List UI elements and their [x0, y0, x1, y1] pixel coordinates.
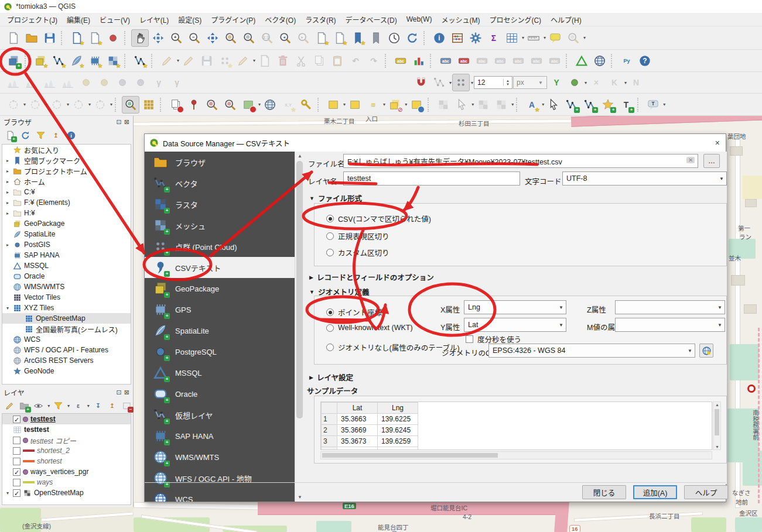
menu-item-11[interactable]: プロセシング(C): [484, 13, 546, 26]
filter-legend-button[interactable]: [52, 399, 64, 412]
annotation-layer-button[interactable]: A★: [523, 96, 541, 114]
browser-item-postgis[interactable]: ▸PostGIS: [2, 239, 131, 250]
show-layout-manager-button[interactable]: ★: [86, 29, 104, 47]
source-tab-postgresql[interactable]: +PostgreSQL: [145, 341, 295, 362]
attribute-table-dropdown-icon[interactable]: ▾: [522, 35, 524, 40]
sidebar-scrollbar[interactable]: ▲ ▼: [295, 152, 305, 502]
select-by-value-button[interactable]: [346, 96, 364, 114]
statistical-summary-button[interactable]: Σ: [485, 29, 503, 47]
processing-toolbox-button[interactable]: [467, 29, 484, 47]
menu-item-12[interactable]: ヘルプ(H): [546, 13, 586, 26]
new-spatialite-layer-button[interactable]: ★: [68, 52, 86, 70]
globe-view-button[interactable]: [261, 96, 279, 114]
layer-visibility-checkbox[interactable]: [13, 458, 20, 465]
expand-icon[interactable]: ▸: [5, 169, 11, 174]
dialog-titlebar[interactable]: Data Source Manager — CSVテキスト ×: [145, 134, 726, 152]
browser-item-f-elements-[interactable]: ▸F:¥ (Elements): [2, 197, 131, 208]
browser-item--[interactable]: ▸空間ブックマーク: [2, 155, 131, 166]
geotag-zoom-button[interactable]: [203, 96, 221, 114]
advanced-digitizing-dropdown-icon[interactable]: ▾: [253, 58, 255, 63]
browser-item-arcgis-rest-servers[interactable]: ArcGIS REST Servers: [2, 355, 131, 366]
zoom-in-button[interactable]: +: [168, 29, 185, 47]
menu-item-0[interactable]: プロジェクト(J): [2, 13, 62, 26]
new-project-button[interactable]: [5, 29, 22, 47]
new-geopackage-layer-button[interactable]: ★: [32, 52, 49, 70]
annotation-layer-dropdown-icon[interactable]: ▾: [542, 102, 544, 107]
expand-icon[interactable]: ▸: [5, 242, 11, 248]
save-project-button[interactable]: [41, 29, 59, 47]
measure-button[interactable]: [525, 29, 542, 47]
feature-actions-button[interactable]: [449, 29, 466, 47]
browser-item-vector-tiles[interactable]: Vector Tiles: [2, 292, 131, 303]
scroll-thumb[interactable]: [715, 409, 719, 435]
menu-item-6[interactable]: ベクタ(O): [260, 13, 300, 26]
browser-item-xyz-tiles[interactable]: ▾XYZ Tiles: [2, 303, 131, 313]
pan-map-button[interactable]: [131, 29, 149, 47]
source-tab-oracle[interactable]: +Oracle: [145, 383, 295, 404]
new-map-view-button[interactable]: ★: [313, 29, 330, 47]
collapse-all-button[interactable]: ↥: [49, 129, 62, 142]
spatial-bookmarks-button[interactable]: ★: [349, 29, 367, 47]
current-edits-dropdown-icon[interactable]: ▾: [177, 58, 179, 63]
float-panel-icon[interactable]: ⊡: [117, 389, 122, 396]
manage-map-themes-button[interactable]: [33, 399, 45, 412]
source-tab-sap-hana[interactable]: +SAP HANA: [145, 425, 295, 447]
temporal-controller-button[interactable]: [385, 29, 403, 47]
browser-item--[interactable]: 全国最新写真(シームレス): [2, 324, 131, 334]
browser-item-c-[interactable]: ▸C:¥: [2, 187, 131, 197]
locator-search-dropdown-icon[interactable]: ▾: [583, 35, 586, 40]
deselect-all-dropdown-icon[interactable]: ▾: [405, 102, 407, 107]
records-section-header[interactable]: ▶ レコードとフィールドのオプション: [309, 272, 434, 283]
expand-icon[interactable]: ▸: [5, 179, 11, 184]
expand-icon[interactable]: ▸: [5, 200, 11, 205]
snapping-units-combo[interactable]: px▼: [513, 76, 547, 89]
source-tab-csv-[interactable]: +CSVテキスト: [145, 257, 295, 278]
table-hscrollbar[interactable]: [320, 451, 712, 459]
layer-item-testtest-[interactable]: testtest コピー: [2, 435, 131, 445]
layer-item-openstreetmap[interactable]: ▾✓OpenStreetMap: [2, 488, 131, 498]
polygon-annotation-button[interactable]: +: [563, 96, 580, 114]
help-contents-button[interactable]: ?: [636, 52, 654, 70]
form-annotation-dropdown-icon[interactable]: ▾: [663, 102, 665, 107]
expand-all-button[interactable]: ↧: [92, 399, 104, 412]
geotag-extent-button[interactable]: [240, 96, 257, 114]
scroll-down-icon[interactable]: ▼: [715, 445, 719, 449]
crs-combo[interactable]: EPSG:4326 - WGS 84▼: [488, 344, 695, 358]
circle-digitize-dropdown-icon[interactable]: ▾: [45, 102, 47, 107]
layer-item-shortest[interactable]: shortest: [2, 456, 131, 466]
avoid-overlap-button[interactable]: [566, 74, 583, 91]
file-format-section-header[interactable]: ▼ ファイル形式: [309, 193, 362, 204]
radio-wkt[interactable]: Well-known text (WKT): [326, 324, 413, 332]
zoom-full-button[interactable]: [204, 29, 221, 47]
layer-item-shortest_2[interactable]: shortest_2: [2, 445, 131, 456]
radio-regexp[interactable]: 正規表現区切り: [326, 231, 389, 242]
m-field-combo[interactable]: ▼: [615, 318, 725, 332]
remove-layer-button[interactable]: −: [121, 399, 133, 412]
highlight-pinned-labels-button[interactable]: abc: [455, 52, 473, 70]
browser-item-wfs-ogc-api-features[interactable]: WFS / OGC API - Features: [2, 345, 131, 355]
expand-icon[interactable]: ▾: [5, 490, 11, 496]
browser-item-wcs[interactable]: WCS: [2, 334, 131, 345]
browser-item-wms-wmts[interactable]: WMS/WMTS: [2, 282, 131, 292]
source-tab-geopackage[interactable]: +GeoPackage: [145, 278, 295, 299]
browser-item--[interactable]: お気に入り: [2, 145, 131, 155]
add-button[interactable]: 追加(A): [633, 485, 677, 499]
regular-polygon-digitize-dropdown-icon[interactable]: ▾: [110, 102, 112, 107]
plugin-triangle-button[interactable]: [573, 52, 590, 70]
source-tab-mssql[interactable]: +MSSQL: [145, 362, 295, 383]
snapping-settings-dropdown-icon[interactable]: ▾: [471, 80, 473, 85]
scroll-thumb[interactable]: [296, 161, 303, 418]
open-project-button[interactable]: [23, 29, 40, 47]
scroll-up-icon[interactable]: ▲: [715, 403, 719, 407]
new-print-layout-button[interactable]: ★: [68, 29, 86, 47]
layer-item-ways[interactable]: ways: [2, 477, 131, 488]
add-group-button[interactable]: +: [18, 399, 30, 412]
expand-icon[interactable]: ▾: [5, 306, 11, 311]
layer-visibility-checkbox[interactable]: ✓: [13, 489, 20, 497]
close-button[interactable]: 閉じる: [582, 485, 626, 499]
browser-item-h-[interactable]: ▸H:¥: [2, 208, 131, 218]
radio-no-geometry[interactable]: ジオメトリなし(属性のみのテーブル): [326, 342, 460, 353]
new-virtual-layer-button[interactable]: ★: [131, 52, 149, 70]
map-tips-button[interactable]: [546, 29, 564, 47]
snapping-tolerance-spinbox[interactable]: 12▲▼: [474, 76, 512, 89]
